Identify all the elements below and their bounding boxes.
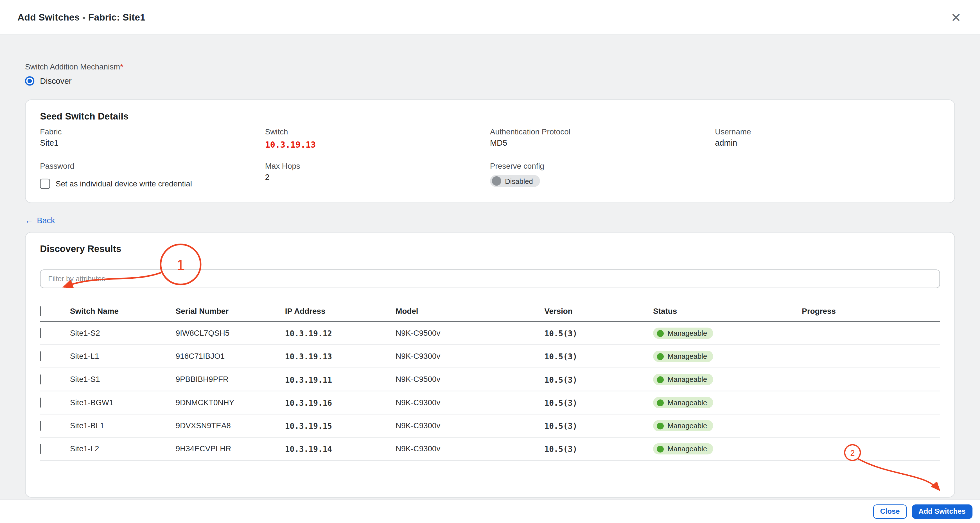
model: N9K-C9300v xyxy=(396,352,544,361)
discover-radio[interactable] xyxy=(25,76,34,86)
table-row: Site1-BL1 9DVXSN9TEA8 10.3.19.15 N9K-C93… xyxy=(40,415,940,437)
select-all-checkbox[interactable] xyxy=(40,306,41,316)
serial-number: 9PBBIBH9PFR xyxy=(176,375,285,384)
max-hops-field: Max Hops 2 xyxy=(265,162,490,189)
back-link[interactable]: ← Back xyxy=(25,216,55,225)
status-badge: Manageable xyxy=(653,374,713,385)
table-row: Site1-S1 9PBBIBH9PFR 10.3.19.11 N9K-C950… xyxy=(40,368,940,391)
model: N9K-C9300v xyxy=(396,445,544,453)
add-switches-dialog: Add Switches - Fabric: Site1 ✕ Switch Ad… xyxy=(0,0,980,523)
max-hops-value: 2 xyxy=(265,173,490,182)
switch-name: Site1-L2 xyxy=(70,445,176,453)
status-dot-icon xyxy=(657,376,664,383)
table-row: Site1-S2 9IW8CL7QSH5 10.3.19.12 N9K-C950… xyxy=(40,322,940,345)
password-field: Password Set as individual device write … xyxy=(40,162,265,189)
model: N9K-C9500v xyxy=(396,329,544,337)
auth-protocol-field: Authentication Protocol MD5 xyxy=(490,128,715,150)
ip-address: 10.3.19.12 xyxy=(285,328,396,338)
dialog-title: Add Switches - Fabric: Site1 xyxy=(18,12,145,22)
status-badge: Manageable xyxy=(653,420,713,431)
serial-number: 9DNMCKT0NHY xyxy=(176,398,285,407)
table-row: Site1-L2 9H34ECVPLHR 10.3.19.14 N9K-C930… xyxy=(40,437,940,461)
seed-switch-details-card: Seed Switch Details Fabric Site1 Switch … xyxy=(25,99,955,203)
status-badge: Manageable xyxy=(653,443,713,454)
ip-address: 10.3.19.14 xyxy=(285,444,396,454)
switch-addition-mechanism-label: Switch Addition Mechanism* xyxy=(25,35,955,71)
row-checkbox[interactable] xyxy=(40,398,41,408)
row-checkbox[interactable] xyxy=(40,421,41,431)
write-credential-label: Set as individual device write credentia… xyxy=(56,179,192,188)
username-value: admin xyxy=(715,138,940,147)
filter-input[interactable] xyxy=(40,269,940,288)
switch-name: Site1-S2 xyxy=(70,329,176,337)
version: 10.5(3) xyxy=(544,328,653,338)
model: N9K-C9500v xyxy=(396,375,544,384)
serial-number: 9H34ECVPLHR xyxy=(176,445,285,453)
status-badge: Manageable xyxy=(653,351,713,362)
col-status: Status xyxy=(653,306,802,315)
required-asterisk: * xyxy=(120,62,123,71)
serial-number: 916C71IBJO1 xyxy=(176,352,285,361)
write-credential-checkbox[interactable] xyxy=(40,179,50,189)
ip-address: 10.3.19.11 xyxy=(285,375,396,384)
col-progress: Progress xyxy=(802,306,940,315)
version: 10.5(3) xyxy=(544,398,653,407)
close-button[interactable]: Close xyxy=(873,504,907,519)
ip-address: 10.3.19.13 xyxy=(285,352,396,361)
status-dot-icon xyxy=(657,423,664,429)
model: N9K-C9300v xyxy=(396,421,544,430)
fabric-field: Fabric Site1 xyxy=(40,128,265,150)
row-checkbox[interactable] xyxy=(40,444,41,454)
dialog-body: Switch Addition Mechanism* Discover Seed… xyxy=(0,35,980,497)
col-ip-address: IP Address xyxy=(285,306,396,315)
status-dot-icon xyxy=(657,445,664,452)
col-model: Model xyxy=(396,306,544,315)
col-switch-name: Switch Name xyxy=(70,306,176,315)
switch-name: Site1-L1 xyxy=(70,352,176,361)
close-icon[interactable]: ✕ xyxy=(951,11,961,23)
row-checkbox[interactable] xyxy=(40,375,41,385)
write-credential-row: Set as individual device write credentia… xyxy=(40,179,265,189)
model: N9K-C9300v xyxy=(396,398,544,407)
back-arrow-icon: ← xyxy=(25,216,33,225)
preserve-config-state: Disabled xyxy=(505,177,533,185)
version: 10.5(3) xyxy=(544,352,653,361)
col-version: Version xyxy=(544,306,653,315)
discovery-results-card: Discovery Results Switch Name Serial Num… xyxy=(25,232,955,498)
status-badge: Manageable xyxy=(653,397,713,408)
row-checkbox[interactable] xyxy=(40,328,41,338)
toggle-knob-icon xyxy=(492,176,501,186)
serial-number: 9IW8CL7QSH5 xyxy=(176,329,285,337)
status-dot-icon xyxy=(657,399,664,406)
version: 10.5(3) xyxy=(544,421,653,430)
discovery-results-title: Discovery Results xyxy=(40,243,940,254)
auth-protocol-value: MD5 xyxy=(490,138,715,147)
switch-name: Site1-S1 xyxy=(70,375,176,384)
seed-fields-grid: Fabric Site1 Switch 10.3.19.13 Authentic… xyxy=(40,128,940,189)
preserve-config-toggle[interactable]: Disabled xyxy=(490,175,540,187)
discover-radio-label: Discover xyxy=(40,76,72,86)
dialog-header: Add Switches - Fabric: Site1 ✕ xyxy=(0,0,980,35)
switch-name: Site1-BGW1 xyxy=(70,398,176,407)
switch-name: Site1-BL1 xyxy=(70,421,176,430)
ip-address: 10.3.19.15 xyxy=(285,421,396,430)
discover-radio-row: Discover xyxy=(25,76,955,86)
row-checkbox[interactable] xyxy=(40,351,41,361)
username-field: Username admin xyxy=(715,128,940,150)
version: 10.5(3) xyxy=(544,444,653,454)
switch-ip-value: 10.3.19.13 xyxy=(265,139,490,150)
ip-address: 10.3.19.16 xyxy=(285,398,396,407)
status-badge: Manageable xyxy=(653,328,713,339)
switch-field: Switch 10.3.19.13 xyxy=(265,128,490,150)
version: 10.5(3) xyxy=(544,375,653,384)
table-header-row: Switch Name Serial Number IP Address Mod… xyxy=(40,301,940,322)
fabric-value: Site1 xyxy=(40,138,265,147)
col-serial-number: Serial Number xyxy=(176,306,285,315)
table-row: Site1-BGW1 9DNMCKT0NHY 10.3.19.16 N9K-C9… xyxy=(40,391,940,415)
add-switches-button[interactable]: Add Switches xyxy=(912,504,973,519)
seed-card-title: Seed Switch Details xyxy=(40,111,940,121)
serial-number: 9DVXSN9TEA8 xyxy=(176,421,285,430)
preserve-config-field: Preserve config Disabled xyxy=(490,162,715,189)
table-row: Site1-L1 916C71IBJO1 10.3.19.13 N9K-C930… xyxy=(40,345,940,368)
status-dot-icon xyxy=(657,330,664,336)
